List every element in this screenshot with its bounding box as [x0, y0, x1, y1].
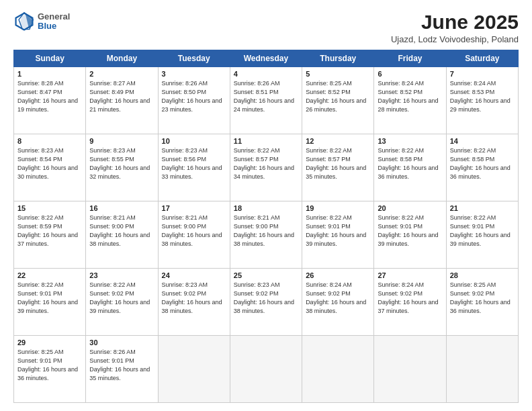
col-monday: Monday — [86, 50, 158, 67]
logo: General Blue — [13, 11, 70, 32]
day-number: 7 — [450, 70, 515, 78]
col-thursday: Thursday — [302, 50, 374, 67]
day-number: 16 — [89, 204, 154, 212]
day-info: Sunrise: 8:21 AMSunset: 9:00 PMDaylight:… — [162, 214, 226, 248]
day-info: Sunrise: 8:22 AMSunset: 8:58 PMDaylight:… — [450, 146, 515, 181]
table-row: 13Sunrise: 8:22 AMSunset: 8:58 PMDayligh… — [374, 134, 446, 201]
table-row: 4Sunrise: 8:26 AMSunset: 8:51 PMDaylight… — [230, 67, 302, 134]
table-row: 30Sunrise: 8:26 AMSunset: 9:01 PMDayligh… — [86, 336, 158, 403]
calendar-week-row: 29Sunrise: 8:25 AMSunset: 9:01 PMDayligh… — [14, 336, 519, 403]
table-row: 8Sunrise: 8:23 AMSunset: 8:54 PMDaylight… — [14, 134, 86, 201]
day-info: Sunrise: 8:22 AMSunset: 9:01 PMDaylight:… — [450, 214, 515, 248]
table-row: 11Sunrise: 8:22 AMSunset: 8:57 PMDayligh… — [230, 134, 302, 201]
day-info: Sunrise: 8:27 AMSunset: 8:49 PMDaylight:… — [89, 79, 154, 114]
day-number: 6 — [378, 70, 442, 78]
table-row: 24Sunrise: 8:23 AMSunset: 9:02 PMDayligh… — [158, 269, 230, 336]
table-row: 18Sunrise: 8:21 AMSunset: 9:00 PMDayligh… — [230, 201, 302, 269]
col-wednesday: Wednesday — [230, 50, 302, 67]
table-row: 21Sunrise: 8:22 AMSunset: 9:01 PMDayligh… — [446, 201, 518, 269]
day-info: Sunrise: 8:21 AMSunset: 9:00 PMDaylight:… — [89, 214, 154, 248]
table-row — [158, 336, 230, 403]
day-number: 15 — [17, 204, 82, 212]
table-row: 7Sunrise: 8:24 AMSunset: 8:53 PMDaylight… — [446, 67, 518, 134]
day-number: 24 — [162, 271, 226, 279]
day-info: Sunrise: 8:22 AMSunset: 8:58 PMDaylight:… — [378, 146, 442, 181]
day-info: Sunrise: 8:28 AMSunset: 8:47 PMDaylight:… — [17, 79, 82, 114]
table-row: 9Sunrise: 8:23 AMSunset: 8:55 PMDaylight… — [86, 134, 158, 201]
table-row — [446, 336, 518, 403]
day-number: 20 — [378, 204, 442, 212]
day-info: Sunrise: 8:22 AMSunset: 9:01 PMDaylight:… — [17, 281, 82, 316]
day-number: 18 — [234, 204, 298, 212]
calendar-week-row: 15Sunrise: 8:22 AMSunset: 8:59 PMDayligh… — [14, 201, 519, 269]
day-info: Sunrise: 8:23 AMSunset: 8:54 PMDaylight:… — [17, 146, 82, 181]
day-info: Sunrise: 8:22 AMSunset: 8:57 PMDaylight:… — [306, 146, 370, 181]
day-number: 23 — [89, 271, 154, 279]
table-row — [230, 336, 302, 403]
calendar-week-row: 22Sunrise: 8:22 AMSunset: 9:01 PMDayligh… — [14, 269, 519, 336]
day-info: Sunrise: 8:24 AMSunset: 9:02 PMDaylight:… — [306, 281, 370, 316]
table-row — [374, 336, 446, 403]
table-row: 6Sunrise: 8:24 AMSunset: 8:52 PMDaylight… — [374, 67, 446, 134]
day-info: Sunrise: 8:21 AMSunset: 9:00 PMDaylight:… — [234, 214, 298, 248]
calendar-title: June 2025 — [391, 11, 519, 33]
day-number: 17 — [162, 204, 226, 212]
day-info: Sunrise: 8:23 AMSunset: 9:02 PMDaylight:… — [162, 281, 226, 316]
day-info: Sunrise: 8:23 AMSunset: 8:55 PMDaylight:… — [89, 146, 154, 181]
table-row: 16Sunrise: 8:21 AMSunset: 9:00 PMDayligh… — [86, 201, 158, 269]
day-number: 22 — [17, 271, 82, 279]
calendar-location: Ujazd, Lodz Voivodeship, Poland — [391, 34, 519, 44]
logo-general-text: General — [38, 12, 70, 21]
day-info: Sunrise: 8:22 AMSunset: 8:59 PMDaylight:… — [17, 214, 82, 248]
table-row: 10Sunrise: 8:23 AMSunset: 8:56 PMDayligh… — [158, 134, 230, 201]
table-row: 19Sunrise: 8:22 AMSunset: 9:01 PMDayligh… — [302, 201, 374, 269]
table-row: 20Sunrise: 8:22 AMSunset: 9:01 PMDayligh… — [374, 201, 446, 269]
day-number: 25 — [234, 271, 298, 279]
table-row: 12Sunrise: 8:22 AMSunset: 8:57 PMDayligh… — [302, 134, 374, 201]
day-number: 4 — [234, 70, 298, 78]
table-row: 2Sunrise: 8:27 AMSunset: 8:49 PMDaylight… — [86, 67, 158, 134]
day-number: 12 — [306, 137, 370, 145]
calendar-week-row: 8Sunrise: 8:23 AMSunset: 8:54 PMDaylight… — [14, 134, 519, 201]
day-info: Sunrise: 8:23 AMSunset: 9:02 PMDaylight:… — [234, 281, 298, 316]
logo-blue-text: Blue — [38, 21, 70, 31]
logo-text: General Blue — [38, 12, 70, 32]
col-friday: Friday — [374, 50, 446, 67]
day-info: Sunrise: 8:26 AMSunset: 8:50 PMDaylight:… — [162, 79, 226, 114]
day-number: 14 — [450, 137, 515, 145]
table-row: 1Sunrise: 8:28 AMSunset: 8:47 PMDaylight… — [14, 67, 86, 134]
title-block: June 2025 Ujazd, Lodz Voivodeship, Polan… — [391, 11, 519, 44]
day-number: 30 — [89, 338, 154, 347]
table-row: 28Sunrise: 8:25 AMSunset: 9:02 PMDayligh… — [446, 269, 518, 336]
day-number: 9 — [89, 137, 154, 145]
day-number: 27 — [378, 271, 442, 279]
calendar-week-row: 1Sunrise: 8:28 AMSunset: 8:47 PMDaylight… — [14, 67, 519, 134]
day-number: 21 — [450, 204, 515, 212]
day-info: Sunrise: 8:25 AMSunset: 9:01 PMDaylight:… — [17, 348, 82, 383]
day-number: 11 — [234, 137, 298, 145]
day-info: Sunrise: 8:22 AMSunset: 9:02 PMDaylight:… — [89, 281, 154, 316]
table-row: 26Sunrise: 8:24 AMSunset: 9:02 PMDayligh… — [302, 269, 374, 336]
table-row: 29Sunrise: 8:25 AMSunset: 9:01 PMDayligh… — [14, 336, 86, 403]
calendar-header-row: Sunday Monday Tuesday Wednesday Thursday… — [14, 50, 519, 67]
day-info: Sunrise: 8:22 AMSunset: 9:01 PMDaylight:… — [378, 214, 442, 248]
day-number: 19 — [306, 204, 370, 212]
col-tuesday: Tuesday — [158, 50, 230, 67]
day-number: 3 — [162, 70, 226, 78]
table-row: 15Sunrise: 8:22 AMSunset: 8:59 PMDayligh… — [14, 201, 86, 269]
table-row: 27Sunrise: 8:24 AMSunset: 9:02 PMDayligh… — [374, 269, 446, 336]
table-row: 5Sunrise: 8:25 AMSunset: 8:52 PMDaylight… — [302, 67, 374, 134]
day-info: Sunrise: 8:25 AMSunset: 9:02 PMDaylight:… — [450, 281, 515, 316]
day-info: Sunrise: 8:24 AMSunset: 9:02 PMDaylight:… — [378, 281, 442, 316]
header: General Blue June 2025 Ujazd, Lodz Voivo… — [13, 11, 519, 44]
day-number: 26 — [306, 271, 370, 279]
day-number: 28 — [450, 271, 515, 279]
col-sunday: Sunday — [14, 50, 86, 67]
table-row: 23Sunrise: 8:22 AMSunset: 9:02 PMDayligh… — [86, 269, 158, 336]
day-number: 10 — [162, 137, 226, 145]
page: General Blue June 2025 Ujazd, Lodz Voivo… — [0, 0, 532, 411]
day-info: Sunrise: 8:26 AMSunset: 8:51 PMDaylight:… — [234, 79, 298, 114]
table-row: 3Sunrise: 8:26 AMSunset: 8:50 PMDaylight… — [158, 67, 230, 134]
day-number: 1 — [17, 70, 82, 78]
logo-icon — [13, 11, 35, 32]
